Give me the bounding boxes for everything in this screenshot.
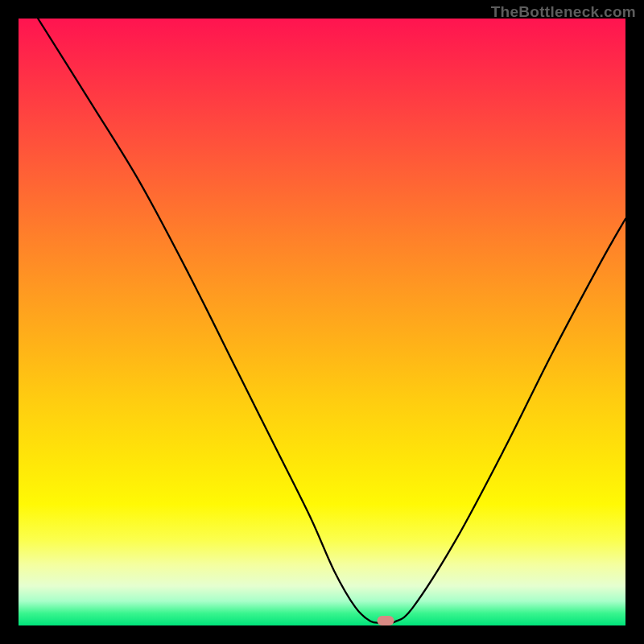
chart-root: TheBottleneck.com <box>0 0 644 644</box>
bottleneck-curve-svg <box>19 19 625 625</box>
plot-area <box>19 19 625 625</box>
bottleneck-curve <box>38 19 625 623</box>
watermark-text: TheBottleneck.com <box>491 3 636 21</box>
optimal-marker <box>378 616 394 625</box>
